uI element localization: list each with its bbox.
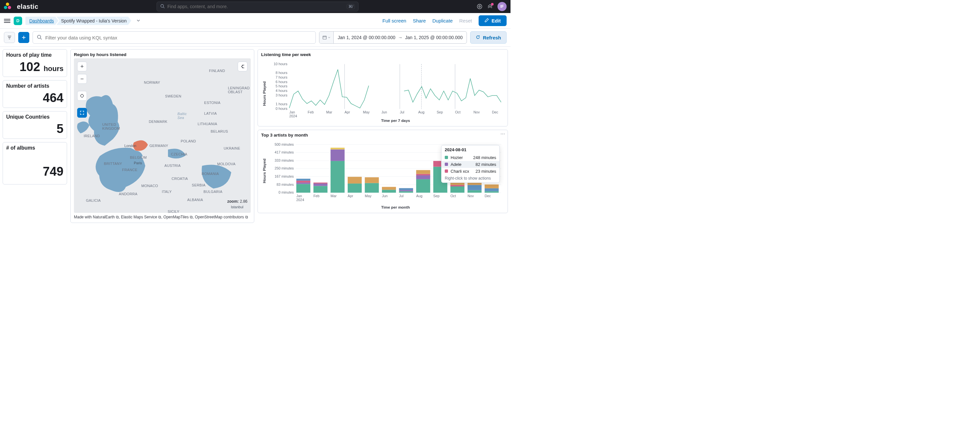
line-chart[interactable]: 0 hours1 hours3 hours4 hours5 hours6 hou… [261, 58, 504, 123]
metric-playtime: Hours of play time 102 hours [3, 49, 67, 77]
svg-text:Aug: Aug [418, 110, 425, 114]
reset-button: Reset [459, 18, 472, 24]
brand-wordmark: elastic [17, 3, 38, 10]
svg-text:0 hours: 0 hours [276, 107, 288, 110]
attr-link[interactable]: NaturalEarth [93, 215, 115, 219]
svg-text:4 hours: 4 hours [276, 89, 288, 93]
legend-toggle-button[interactable] [238, 62, 247, 71]
duplicate-button[interactable]: Duplicate [433, 18, 453, 24]
global-search-input[interactable] [167, 4, 344, 9]
svg-text:Feb: Feb [308, 110, 314, 114]
svg-text:83 minutes: 83 minutes [277, 182, 294, 186]
panel-title: Region by hours listened [74, 52, 251, 57]
share-button[interactable]: Share [413, 18, 426, 24]
svg-rect-86 [399, 191, 413, 192]
svg-rect-102 [485, 188, 499, 191]
breadcrumb-current: Spotify Wrapped - Iulia's Version [57, 17, 132, 25]
svg-rect-88 [399, 188, 413, 190]
date-from[interactable]: Jan 1, 2024 @ 00:00:00.000 [337, 35, 395, 40]
help-icon[interactable] [477, 3, 482, 10]
panel-title: Top 3 artists by month [261, 133, 504, 137]
kbd-hint: ⌘/ [347, 4, 355, 9]
svg-text:10 hours: 10 hours [274, 62, 288, 66]
svg-rect-101 [485, 191, 499, 192]
tooltip-series-value: 23 minutes [475, 169, 496, 174]
svg-rect-74 [313, 186, 328, 193]
global-header: elastic ⌘/ IF [0, 0, 511, 13]
svg-rect-98 [468, 190, 482, 192]
app-bar: D Dashboards Spotify Wrapped - Iulia's V… [0, 13, 511, 29]
tooltip-series-label: Charli xcx [450, 169, 469, 174]
metric-value: 102 [19, 60, 40, 73]
metric-value: 5 [6, 122, 64, 136]
svg-text:5 hours: 5 hours [276, 84, 288, 88]
x-axis-label: Time per month [381, 205, 410, 209]
svg-text:Oct: Oct [450, 193, 456, 198]
metric-value: 464 [6, 91, 64, 105]
metric-albums: # of albums 749 [3, 142, 67, 184]
attr-link[interactable]: OpenStreetMap contributors [195, 215, 244, 219]
kql-bar[interactable] [33, 31, 316, 44]
svg-rect-84 [382, 190, 396, 193]
add-filter-button[interactable] [18, 32, 29, 43]
svg-rect-78 [331, 149, 344, 161]
svg-text:Sep: Sep [437, 110, 443, 114]
svg-text:Feb: Feb [313, 193, 320, 198]
panel-line-chart: Listening time per week 0 hours1 hours3 … [258, 49, 508, 126]
expand-map-button[interactable] [77, 108, 87, 118]
external-link-icon: ⧉ [245, 215, 248, 219]
date-picker[interactable]: Jan 1, 2024 @ 00:00:00.000 → Jan 1, 2025… [319, 31, 467, 44]
breadcrumb-dashboards[interactable]: Dashboards [25, 17, 59, 25]
svg-text:Oct: Oct [455, 110, 461, 114]
svg-text:Aug: Aug [416, 193, 422, 198]
refresh-button[interactable]: Refresh [470, 31, 507, 44]
zoom-out-button[interactable]: − [77, 74, 87, 84]
svg-rect-83 [365, 177, 379, 183]
search-icon [37, 35, 42, 41]
fullscreen-button[interactable]: Full screen [383, 18, 406, 24]
filter-menu-button[interactable] [4, 32, 15, 43]
svg-text:167 minutes: 167 minutes [274, 174, 294, 178]
tooltip-series-value: 248 minutes [473, 155, 496, 160]
svg-text:Nov: Nov [468, 193, 474, 198]
user-avatar[interactable]: IF [498, 2, 507, 11]
edit-button[interactable]: Edit [479, 15, 507, 26]
kql-input[interactable] [45, 35, 312, 40]
panel-title: Listening time per week [261, 52, 504, 57]
attr-link[interactable]: OpenMapTiles [164, 215, 189, 219]
global-search[interactable]: ⌘/ [157, 2, 358, 11]
svg-text:0 minutes: 0 minutes [278, 190, 294, 194]
calendar-icon[interactable] [320, 32, 334, 43]
legend-swatch-icon [445, 156, 448, 159]
fit-bounds-button[interactable] [77, 91, 87, 101]
svg-point-10 [81, 94, 84, 97]
pencil-icon [484, 18, 489, 24]
svg-rect-76 [313, 182, 328, 184]
svg-rect-71 [296, 182, 310, 184]
svg-text:500 minutes: 500 minutes [274, 142, 294, 146]
nav-toggle-icon[interactable] [4, 19, 10, 23]
svg-text:Dec: Dec [485, 193, 491, 198]
svg-text:Sep: Sep [433, 193, 439, 198]
metric-value: 749 [6, 165, 64, 179]
panel-map: Region by hours listened FINLAND NORWAY … [70, 49, 254, 223]
panel-actions-icon[interactable]: ⋯ [500, 131, 506, 137]
svg-line-6 [40, 38, 42, 40]
attr-link[interactable]: Elastic Maps Service [121, 215, 157, 219]
svg-point-5 [37, 35, 41, 38]
svg-text:3 hours: 3 hours [276, 93, 288, 97]
date-to[interactable]: Jan 1, 2025 @ 00:00:00.000 [405, 35, 463, 40]
svg-rect-103 [485, 184, 499, 189]
newsfeed-icon[interactable] [487, 3, 493, 10]
refresh-label: Refresh [483, 35, 501, 40]
space-badge[interactable]: D [14, 17, 22, 25]
svg-text:2024: 2024 [296, 198, 304, 201]
svg-point-0 [161, 4, 164, 7]
zoom-in-button[interactable]: + [77, 62, 87, 71]
svg-text:7 hours: 7 hours [276, 75, 288, 79]
tooltip-series-label: Hozier [450, 155, 463, 160]
map-canvas[interactable]: FINLAND NORWAY SWEDEN DENMARK ESTONIA LA… [74, 58, 251, 213]
chevron-down-icon[interactable] [137, 18, 140, 24]
tooltip-series-value: 82 minutes [475, 162, 496, 167]
refresh-icon [476, 35, 480, 40]
